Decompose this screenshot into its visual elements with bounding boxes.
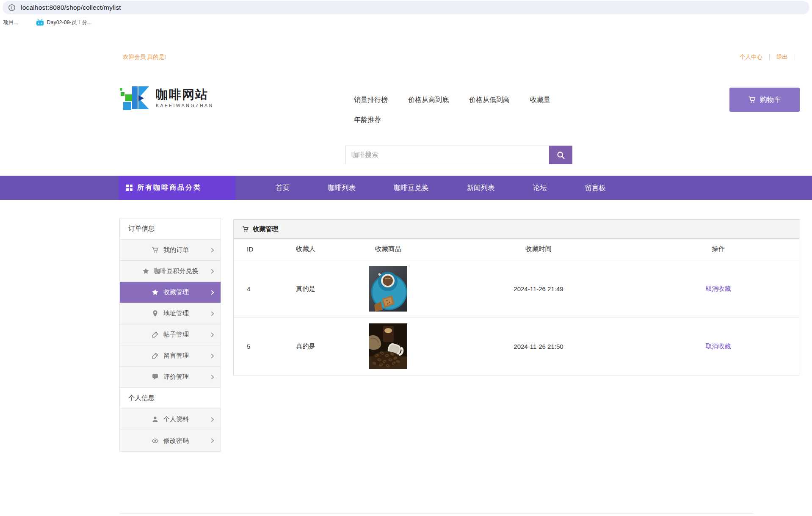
bookmark-item-day02[interactable]: Day02-09-员工分... bbox=[36, 19, 91, 26]
sort-link-favorites-count[interactable]: 收藏量 bbox=[530, 96, 550, 105]
sidebar-item-favorites-management[interactable]: 收藏管理 bbox=[120, 282, 221, 303]
comment-icon bbox=[152, 373, 159, 381]
cell-id: 4 bbox=[234, 260, 276, 317]
category-dropdown[interactable]: 所有咖啡商品分类 bbox=[119, 176, 235, 200]
cell-id: 5 bbox=[234, 317, 276, 375]
chevron-right-icon bbox=[210, 311, 215, 317]
cart-button[interactable]: 购物车 bbox=[729, 88, 800, 112]
info-icon[interactable] bbox=[8, 4, 16, 11]
chevron-right-icon bbox=[210, 268, 215, 274]
user-icon bbox=[152, 416, 159, 423]
product-image-coffee-beans bbox=[369, 323, 407, 369]
search-input[interactable] bbox=[345, 146, 549, 164]
cell-user: 真的是 bbox=[276, 317, 335, 375]
cell-user: 真的是 bbox=[276, 260, 335, 317]
sort-nav: 销量排行榜 价格从高到底 价格从低到高 收藏量 年龄推荐 bbox=[354, 96, 583, 124]
panel-title: 收藏管理 bbox=[253, 225, 278, 233]
sidebar-item-message-management[interactable]: 留言管理 bbox=[120, 345, 221, 367]
logo-subtitle: KAFEIWANGZHAN bbox=[156, 103, 214, 108]
edit-icon bbox=[152, 352, 159, 359]
url-bar[interactable]: localhost:8080/shop/collect/mylist bbox=[3, 1, 809, 14]
sidebar-item-profile[interactable]: 个人资料 bbox=[120, 409, 221, 430]
account-sidebar: 订单信息 我的订单 咖啡豆积分兑换 收藏管理 地址管理 帖子管理 bbox=[119, 218, 221, 452]
column-header-user: 收藏人 bbox=[276, 239, 335, 260]
search-button[interactable] bbox=[549, 146, 572, 164]
edit-icon bbox=[152, 331, 159, 338]
nav-item-forum[interactable]: 论坛 bbox=[533, 183, 547, 193]
sidebar-item-post-management[interactable]: 帖子管理 bbox=[120, 324, 221, 345]
chevron-right-icon bbox=[210, 332, 215, 338]
bookmark-item-project[interactable]: 项目... bbox=[3, 19, 18, 26]
sidebar-item-label: 帖子管理 bbox=[163, 331, 189, 339]
cancel-favorite-link[interactable]: 取消收藏 bbox=[706, 285, 731, 292]
top-user-bar: 欢迎会员 真的是! 个人中心 退出 bbox=[123, 52, 795, 62]
sidebar-item-review-management[interactable]: 评价管理 bbox=[120, 367, 221, 388]
favorites-panel: 收藏管理 ID 收藏人 收藏商品 收藏时间 操作 4 真的是 bbox=[233, 219, 800, 375]
user-links: 个人中心 退出 bbox=[740, 53, 795, 61]
chevron-right-icon bbox=[210, 417, 215, 422]
logo-title: 咖啡网站 bbox=[156, 88, 214, 102]
sidebar-item-bean-points-exchange[interactable]: 咖啡豆积分兑换 bbox=[120, 261, 221, 282]
sidebar-item-label: 评价管理 bbox=[163, 373, 189, 381]
logout-link[interactable]: 退出 bbox=[776, 53, 788, 61]
chevron-right-icon bbox=[210, 438, 215, 444]
user-center-link[interactable]: 个人中心 bbox=[740, 53, 762, 61]
bookmarks-bar: 项目... Day02-09-员工分... bbox=[0, 16, 812, 30]
sidebar-item-label: 咖啡豆积分兑换 bbox=[154, 267, 199, 275]
screen: localhost:8080/shop/collect/mylist 项目...… bbox=[0, 0, 812, 516]
sort-link-age-recommend[interactable]: 年龄推荐 bbox=[354, 116, 381, 124]
sidebar-item-label: 地址管理 bbox=[163, 309, 189, 317]
cell-product bbox=[335, 317, 441, 375]
nav-item-coffee-list[interactable]: 咖啡列表 bbox=[328, 183, 356, 193]
category-label: 所有咖啡商品分类 bbox=[137, 183, 202, 192]
table-header-row: ID 收藏人 收藏商品 收藏时间 操作 bbox=[234, 239, 801, 260]
tv-icon bbox=[36, 19, 44, 26]
cart-icon bbox=[748, 96, 756, 104]
table-row: 4 真的是 bbox=[234, 260, 801, 317]
sidebar-item-my-orders[interactable]: 我的订单 bbox=[120, 240, 221, 261]
grid-icon bbox=[126, 185, 133, 191]
sidebar-header-personal: 个人信息 bbox=[120, 388, 221, 409]
eye-icon bbox=[152, 437, 159, 444]
cell-time: 2024-11-26 21:49 bbox=[441, 260, 636, 317]
cell-product bbox=[335, 260, 441, 317]
nav-item-home[interactable]: 首页 bbox=[276, 183, 290, 193]
sidebar-item-label: 留言管理 bbox=[163, 352, 189, 360]
chevron-right-icon bbox=[210, 290, 215, 295]
divider bbox=[769, 54, 770, 60]
cart-icon bbox=[152, 246, 159, 254]
column-header-action: 操作 bbox=[636, 239, 801, 260]
chevron-right-icon bbox=[210, 374, 215, 380]
sort-link-price-high-to-low[interactable]: 价格从高到底 bbox=[408, 96, 449, 105]
sidebar-item-address-management[interactable]: 地址管理 bbox=[120, 303, 221, 324]
sort-link-price-low-to-high[interactable]: 价格从低到高 bbox=[469, 96, 510, 105]
star-icon bbox=[152, 289, 159, 296]
url-text[interactable]: localhost:8080/shop/collect/mylist bbox=[21, 4, 121, 11]
sidebar-item-label: 个人资料 bbox=[163, 415, 189, 423]
cancel-favorite-link[interactable]: 取消收藏 bbox=[706, 342, 731, 350]
bookmark-label: 项目... bbox=[3, 19, 18, 26]
main-nav-bar: 所有咖啡商品分类 首页 咖啡列表 咖啡豆兑换 新闻列表 论坛 留言板 bbox=[0, 176, 812, 200]
chevron-right-icon bbox=[210, 247, 215, 253]
welcome-text: 欢迎会员 真的是! bbox=[123, 53, 166, 61]
sidebar-item-label: 我的订单 bbox=[163, 246, 189, 254]
sort-link-sales-rank[interactable]: 销量排行榜 bbox=[354, 96, 388, 105]
column-header-id: ID bbox=[234, 239, 276, 260]
favorites-table: ID 收藏人 收藏商品 收藏时间 操作 4 真的是 bbox=[234, 239, 801, 375]
site-logo[interactable]: 咖啡网站 KAFEIWANGZHAN bbox=[119, 83, 214, 113]
nav-item-message-board[interactable]: 留言板 bbox=[585, 183, 606, 193]
cell-time: 2024-11-26 21:50 bbox=[441, 317, 636, 375]
bookmark-label: Day02-09-员工分... bbox=[47, 19, 91, 26]
nav-item-bean-exchange[interactable]: 咖啡豆兑换 bbox=[394, 183, 429, 193]
panel-header: 收藏管理 bbox=[234, 220, 800, 239]
chevron-right-icon bbox=[210, 353, 215, 359]
logo-k-icon bbox=[119, 83, 151, 113]
logo-text: 咖啡网站 KAFEIWANGZHAN bbox=[156, 88, 214, 108]
nav-item-news-list[interactable]: 新闻列表 bbox=[467, 183, 495, 193]
divider bbox=[795, 54, 795, 60]
sidebar-header-orders: 订单信息 bbox=[120, 218, 221, 240]
table-row: 5 真的是 bbox=[234, 317, 801, 375]
sidebar-item-change-password[interactable]: 修改密码 bbox=[120, 430, 221, 451]
sidebar-item-label: 修改密码 bbox=[163, 437, 189, 445]
location-icon bbox=[152, 310, 159, 317]
